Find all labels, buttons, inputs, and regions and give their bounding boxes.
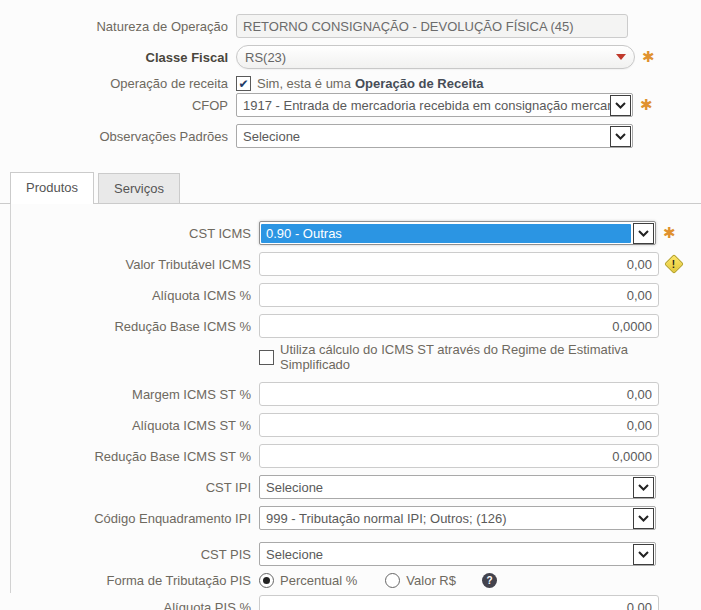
cfop-select[interactable]: 1917 - Entrada de mercadoria recebida em… bbox=[236, 93, 633, 117]
row-forma-tributacao-pis: Forma de Tributação PIS Percentual % Val… bbox=[11, 573, 701, 588]
cst-icms-select[interactable]: 0.90 - Outras bbox=[259, 221, 656, 245]
cst-pis-selected-value: Selecione bbox=[260, 547, 633, 562]
forma-tributacao-pis-label: Forma de Tributação PIS bbox=[11, 573, 251, 588]
codigo-enquadramento-ipi-select[interactable]: 999 - Tributação normal IPI; Outros; (12… bbox=[259, 506, 656, 530]
required-asterisk-icon: ✱ bbox=[640, 96, 653, 114]
classe-fiscal-value: RS(23) bbox=[245, 50, 610, 65]
estimativa-simplificado-label: Utiliza cálculo do ICMS ST através do Re… bbox=[280, 342, 701, 372]
radio-valor-label: Valor R$ bbox=[406, 573, 456, 588]
cst-ipi-select[interactable]: Selecione bbox=[259, 475, 656, 499]
tab-produtos[interactable]: Produtos bbox=[10, 172, 94, 204]
aliquota-icms-label: Alíquota ICMS % bbox=[11, 288, 251, 303]
cfop-selected-value: 1917 - Entrada de mercadoria recebida em… bbox=[237, 98, 610, 113]
row-classe-fiscal: Classe Fiscal RS(23) ✱ bbox=[0, 45, 701, 69]
margem-icms-st-label: Margem ICMS ST % bbox=[11, 387, 251, 402]
operacao-receita-label: Operação de receita bbox=[0, 76, 228, 91]
radio-selected-dot bbox=[263, 577, 270, 584]
row-cst-icms: CST ICMS 0.90 - Outras ✱ bbox=[11, 221, 701, 245]
row-cst-pis: CST PIS Selecione bbox=[11, 542, 701, 566]
margem-icms-st-input[interactable] bbox=[259, 382, 659, 406]
produtos-tab-panel: CST ICMS 0.90 - Outras ✱ Valor Tributáve… bbox=[10, 204, 701, 593]
natureza-operacao-label: Natureza de Operação bbox=[0, 19, 228, 34]
chevron-down-icon bbox=[633, 508, 654, 529]
required-asterisk-icon: ✱ bbox=[642, 48, 655, 66]
aliquota-icms-input[interactable] bbox=[259, 283, 659, 307]
row-aliquota-pis: Alíquota PIS % bbox=[11, 595, 701, 610]
warning-icon: ! bbox=[664, 254, 684, 274]
aliquota-icms-st-input[interactable] bbox=[259, 413, 659, 437]
help-icon[interactable]: ? bbox=[482, 573, 497, 588]
row-operacao-receita: Operação de receita ✔ Sim, esta é uma Op… bbox=[0, 76, 701, 91]
tab-bar: Produtos Serviços bbox=[0, 172, 701, 204]
row-reducao-base-icms-st: Redução Base ICMS ST % bbox=[11, 444, 701, 468]
reducao-base-icms-input[interactable] bbox=[259, 314, 659, 338]
required-asterisk-icon: ✱ bbox=[663, 224, 676, 242]
aliquota-pis-label: Alíquota PIS % bbox=[11, 600, 251, 610]
row-estimativa-simplificado: Utiliza cálculo do ICMS ST através do Re… bbox=[11, 342, 701, 372]
natureza-operacao-input bbox=[236, 14, 628, 38]
chevron-down-icon bbox=[610, 126, 631, 147]
observacoes-select[interactable]: Selecione bbox=[236, 124, 633, 148]
row-cst-ipi: CST IPI Selecione bbox=[11, 475, 701, 499]
observacoes-label: Observações Padrões bbox=[0, 129, 228, 144]
estimativa-simplificado-checkbox[interactable] bbox=[259, 350, 274, 365]
row-aliquota-icms: Alíquota ICMS % bbox=[11, 283, 701, 307]
radio-percentual[interactable] bbox=[259, 573, 274, 588]
reducao-base-icms-label: Redução Base ICMS % bbox=[11, 319, 251, 334]
codigo-enquadramento-ipi-selected-value: 999 - Tributação normal IPI; Outros; (12… bbox=[260, 511, 633, 526]
classe-fiscal-combobox[interactable]: RS(23) bbox=[236, 45, 635, 69]
radio-valor[interactable] bbox=[385, 573, 400, 588]
operacao-receita-text: Sim, esta é uma bbox=[257, 76, 351, 91]
row-cfop: CFOP 1917 - Entrada de mercadoria recebi… bbox=[0, 93, 701, 117]
cst-icms-label: CST ICMS bbox=[11, 226, 251, 241]
reducao-base-icms-st-label: Redução Base ICMS ST % bbox=[11, 449, 251, 464]
chevron-down-icon bbox=[633, 223, 654, 244]
cfop-label: CFOP bbox=[0, 98, 228, 113]
row-reducao-base-icms: Redução Base ICMS % bbox=[11, 314, 701, 338]
header-form: Natureza de Operação Classe Fiscal RS(23… bbox=[0, 0, 701, 148]
operacao-receita-bold-text: Operação de Receita bbox=[355, 76, 484, 91]
valor-tributavel-icms-label: Valor Tributável ICMS bbox=[11, 257, 251, 272]
triangle-down-icon bbox=[616, 54, 626, 60]
cst-pis-label: CST PIS bbox=[11, 547, 251, 562]
valor-tributavel-icms-input[interactable] bbox=[259, 252, 659, 276]
cst-icms-selected-value: 0.90 - Outras bbox=[261, 224, 631, 243]
radio-percentual-label: Percentual % bbox=[280, 573, 357, 588]
cst-ipi-label: CST IPI bbox=[11, 480, 251, 495]
row-observacoes: Observações Padrões Selecione bbox=[0, 124, 701, 148]
row-margem-icms-st: Margem ICMS ST % bbox=[11, 382, 701, 406]
row-aliquota-icms-st: Alíquota ICMS ST % bbox=[11, 413, 701, 437]
cst-pis-select[interactable]: Selecione bbox=[259, 542, 656, 566]
aliquota-pis-input[interactable] bbox=[259, 595, 659, 610]
row-natureza-operacao: Natureza de Operação bbox=[0, 14, 701, 38]
codigo-enquadramento-ipi-label: Código Enquadramento IPI bbox=[11, 511, 251, 526]
classe-fiscal-label: Classe Fiscal bbox=[0, 50, 228, 65]
reducao-base-icms-st-input[interactable] bbox=[259, 444, 659, 468]
cst-ipi-selected-value: Selecione bbox=[260, 480, 633, 495]
chevron-down-icon bbox=[610, 95, 631, 116]
aliquota-icms-st-label: Alíquota ICMS ST % bbox=[11, 418, 251, 433]
tab-servicos[interactable]: Serviços bbox=[98, 173, 180, 203]
observacoes-selected-value: Selecione bbox=[237, 129, 610, 144]
row-valor-tributavel-icms: Valor Tributável ICMS ! bbox=[11, 252, 701, 276]
row-codigo-enquadramento-ipi: Código Enquadramento IPI 999 - Tributaçã… bbox=[11, 506, 701, 530]
chevron-down-icon bbox=[633, 544, 654, 565]
chevron-down-icon bbox=[633, 477, 654, 498]
operacao-receita-checkbox[interactable]: ✔ bbox=[236, 76, 251, 91]
